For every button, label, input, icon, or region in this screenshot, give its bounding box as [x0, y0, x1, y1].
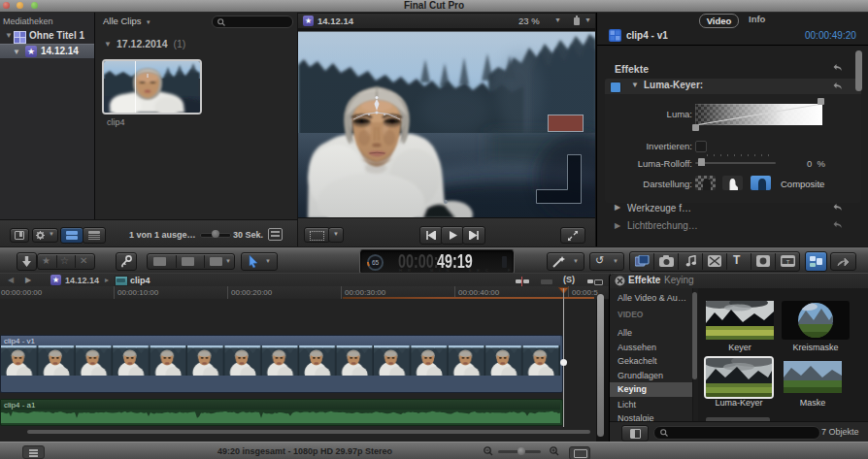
svg-text:T: T — [786, 259, 790, 265]
svg-text:65: 65 — [372, 259, 380, 266]
